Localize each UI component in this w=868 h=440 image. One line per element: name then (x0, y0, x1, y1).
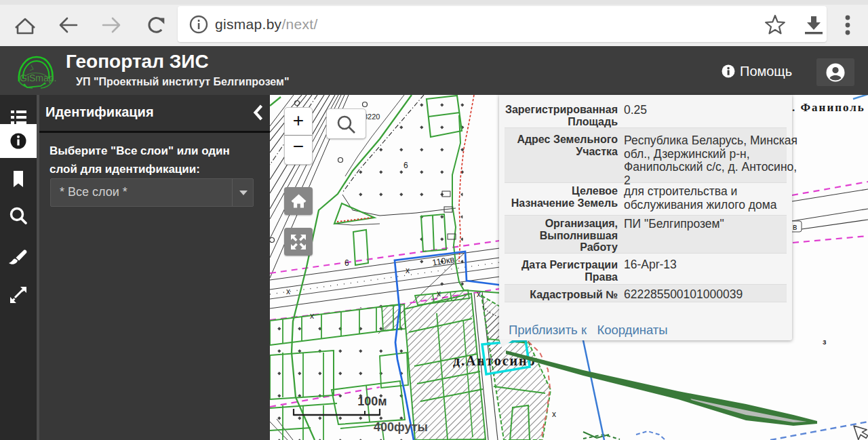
svg-text:x: x (552, 409, 556, 419)
svg-text:GiSmap.by: GiSmap.by (20, 73, 57, 83)
svg-text:. Фаниполь: . Фаниполь (792, 101, 865, 114)
svg-text:x: x (406, 266, 410, 275)
svg-text:x: x (437, 289, 441, 298)
svg-text:x: x (286, 287, 290, 296)
svg-text:з: з (823, 338, 827, 346)
svg-text:x: x (310, 311, 314, 321)
svg-text:в: в (793, 222, 797, 232)
svg-text:6: 6 (344, 258, 349, 268)
svg-text:6: 6 (403, 161, 408, 170)
svg-text:x: x (477, 289, 481, 299)
svg-text:100м: 100м (357, 395, 387, 408)
svg-text:400футы: 400футы (374, 420, 428, 434)
